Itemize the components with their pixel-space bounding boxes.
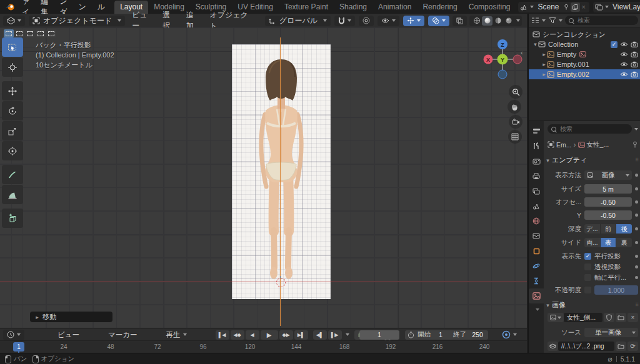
side-back-button[interactable]: 裏	[616, 238, 632, 247]
timeline-editor-type-button[interactable]	[3, 330, 24, 340]
rotate-tool[interactable]	[2, 101, 23, 121]
tab-rendering[interactable]: Rendering	[417, 1, 462, 14]
collection-checkbox[interactable]: ✓	[611, 41, 618, 48]
tab-image-data[interactable]	[529, 288, 544, 303]
visibility-dropdown[interactable]	[378, 16, 399, 26]
depth-default-button[interactable]: デ...	[584, 224, 601, 234]
jump-to-start-button[interactable]: ▌◀	[216, 330, 229, 340]
viewport-3d[interactable]: バック・平行投影 (1) Collection | Empty.002 10セン…	[0, 27, 527, 328]
axis-aligned-checkbox[interactable]	[584, 274, 591, 281]
jump-to-end-button[interactable]: ▶▌	[294, 330, 308, 340]
filepath-field[interactable]: //..\..\ブ...2 .png	[558, 342, 614, 351]
collection-row[interactable]: ▾ Collection ✓	[529, 39, 640, 49]
panel-header-empty[interactable]: ▾ エンプティ ⠿	[545, 155, 639, 165]
outliner-row-empty[interactable]: ▸ Empty	[529, 49, 640, 59]
zoom-button[interactable]	[509, 85, 522, 99]
size-field[interactable]: 5 m	[584, 184, 632, 194]
side-front-button[interactable]: 表	[601, 238, 617, 247]
tab-world[interactable]	[529, 214, 544, 229]
tab-view-layer[interactable]	[529, 184, 544, 199]
orthographic-checkbox[interactable]: ✓	[584, 253, 591, 260]
select-extend-button[interactable]	[14, 29, 24, 37]
select-set-button[interactable]	[4, 29, 14, 37]
render-camera-icon[interactable]	[631, 61, 638, 67]
source-dropdown[interactable]: 単一画像	[584, 328, 638, 337]
breadcrumb-object[interactable]: Em...	[556, 141, 572, 149]
unlink-scene-button[interactable]: ×	[582, 3, 586, 11]
animate-dot-icon[interactable]	[635, 227, 638, 230]
outliner-search-input[interactable]	[576, 16, 634, 24]
timeline-ruler[interactable]: 24 48 72 96 120 144 168 192 216 240 1	[0, 340, 527, 353]
render-camera-icon[interactable]	[631, 71, 638, 77]
hide-eye-icon[interactable]	[620, 41, 628, 47]
depth-back-button[interactable]: 後	[616, 224, 632, 234]
step-forward-button[interactable]: ▌▶	[328, 330, 342, 340]
prev-keyframe-button[interactable]: ◀◆	[231, 330, 244, 340]
shading-material-button[interactable]	[492, 16, 503, 26]
hide-eye-icon[interactable]	[620, 61, 628, 67]
current-frame-field[interactable]: 1	[359, 330, 399, 340]
tab-output[interactable]	[529, 169, 544, 184]
pin-icon[interactable]	[563, 4, 569, 10]
timeline-menu-view[interactable]: ビュー	[51, 330, 86, 340]
breadcrumb-data[interactable]: 女性_...	[587, 140, 609, 149]
pin-icon[interactable]	[632, 141, 638, 148]
animate-dot-icon[interactable]	[635, 265, 638, 268]
caret-down-icon[interactable]: ▾	[532, 41, 538, 47]
viewlayer-selector[interactable]: ViewLayer ×	[593, 2, 640, 12]
tab-tool[interactable]	[529, 139, 544, 154]
tab-physics[interactable]	[529, 258, 544, 273]
animate-dot-icon[interactable]	[635, 187, 638, 190]
display-mode-icon[interactable]	[531, 17, 539, 24]
image-name-field[interactable]: 女性_側...	[564, 313, 602, 322]
gizmos-dropdown[interactable]	[403, 16, 424, 26]
operator-panel[interactable]: ▸ 移動	[30, 312, 112, 322]
play-reverse-button[interactable]: ◀	[246, 330, 259, 340]
caret-right-icon[interactable]: ▸	[541, 71, 547, 77]
scene-collection-row[interactable]: シーンコレクション	[529, 29, 640, 39]
caret-right-icon[interactable]: ▸	[541, 61, 547, 67]
tab-object[interactable]	[529, 243, 544, 258]
image-browse-dropdown[interactable]	[548, 313, 564, 322]
reload-image-button[interactable]: ⟳	[628, 342, 638, 351]
animate-dot-icon[interactable]	[635, 276, 638, 279]
add-cube-tool[interactable]	[2, 209, 23, 228]
filter-icon[interactable]	[549, 17, 556, 24]
tab-constraints[interactable]	[529, 273, 544, 288]
reference-image-plane[interactable]	[232, 44, 331, 299]
animate-dot-icon[interactable]	[635, 255, 638, 258]
render-camera-icon[interactable]	[631, 51, 638, 57]
opacity-checkbox[interactable]	[584, 287, 591, 293]
animate-dot-icon[interactable]	[635, 241, 638, 244]
mode-dropdown[interactable]: オブジェクトモード	[29, 16, 125, 26]
sidebar-collapse-icon[interactable]: ‹	[521, 49, 523, 56]
select-box-tool[interactable]	[2, 37, 23, 57]
shading-solid-button[interactable]	[482, 16, 492, 26]
tab-collection-props[interactable]	[529, 229, 544, 243]
panel-grip-icon[interactable]: ⠿	[635, 302, 639, 308]
orthographic-toggle-button[interactable]	[508, 130, 522, 144]
unlink-image-button[interactable]: ×	[628, 313, 638, 322]
measure-tool[interactable]	[2, 185, 23, 204]
offset-x-field[interactable]: -0.50	[584, 197, 632, 207]
scale-tool[interactable]	[2, 121, 23, 140]
scene-selector[interactable]: Scene ×	[518, 2, 589, 12]
hide-eye-icon[interactable]	[620, 51, 628, 57]
animate-dot-icon[interactable]	[635, 174, 638, 177]
new-scene-button[interactable]	[571, 2, 580, 12]
tab-animation[interactable]: Animation	[372, 1, 417, 14]
properties-search-input[interactable]	[559, 125, 628, 133]
outliner-row-empty-002-selected[interactable]: ▸ Empty.002	[529, 69, 640, 79]
display-as-dropdown[interactable]: 画像	[584, 170, 632, 180]
proportional-edit-dropdown[interactable]	[359, 16, 374, 26]
open-image-button[interactable]	[616, 313, 626, 322]
move-tool[interactable]	[2, 81, 23, 101]
animate-dot-icon[interactable]	[635, 200, 638, 204]
navigation-gizmo[interactable]: Z X Y	[479, 36, 525, 84]
render-camera-icon[interactable]	[631, 41, 638, 47]
pack-image-button[interactable]	[548, 342, 558, 351]
pan-button[interactable]	[508, 100, 521, 114]
perspective-checkbox[interactable]	[584, 263, 591, 270]
depth-front-button[interactable]: 前	[601, 224, 617, 234]
annotate-tool[interactable]	[2, 165, 23, 184]
